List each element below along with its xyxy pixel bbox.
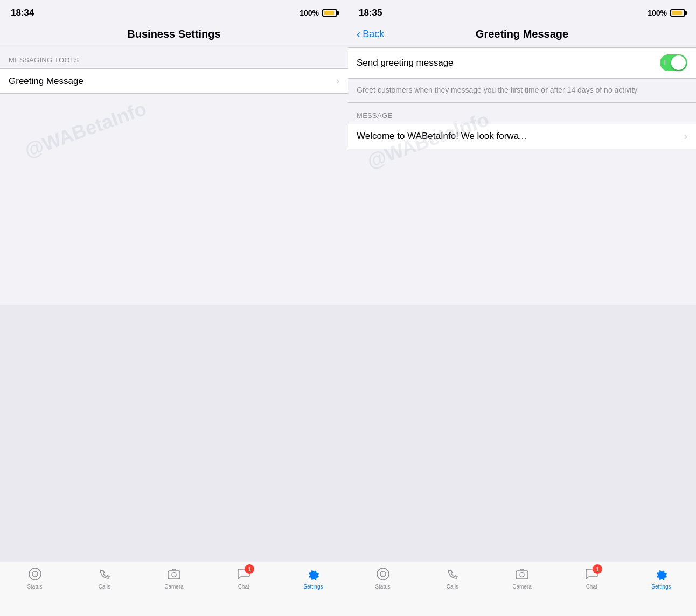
send-greeting-toggle[interactable]: I [660, 54, 687, 71]
left-battery-fill [324, 11, 334, 15]
messaging-tools-header: MESSAGING TOOLS [0, 47, 348, 68]
status-label-right: Status [375, 584, 390, 590]
left-battery-icon [322, 9, 337, 17]
tab-status-right[interactable]: Status [348, 566, 417, 590]
tab-calls-left[interactable]: Calls [69, 566, 139, 590]
chat-badge-left: 1 [245, 564, 254, 574]
right-grey-bg [348, 305, 696, 562]
right-time: 18:35 [359, 8, 382, 18]
send-greeting-label: Send greeting message [357, 58, 454, 68]
left-grey-bg [0, 305, 348, 562]
svg-point-0 [29, 568, 41, 580]
chat-icon-left: 1 [236, 566, 251, 582]
back-label: Back [363, 29, 384, 40]
camera-label-right: Camera [512, 584, 532, 590]
settings-label-right: Settings [651, 584, 671, 590]
right-nav-bar: ‹ Back Greeting Message [348, 24, 696, 47]
greeting-message-item[interactable]: Greeting Message › [0, 69, 348, 93]
svg-rect-2 [168, 571, 180, 579]
svg-point-3 [172, 573, 176, 577]
status-icon-left [27, 566, 43, 582]
right-battery-pct: 100% [648, 9, 667, 17]
right-status-bar: 18:35 100% [348, 0, 696, 24]
greeting-description: Greet customers when they message you th… [348, 79, 696, 103]
tab-camera-right[interactable]: Camera [487, 566, 556, 590]
settings-icon-left [305, 566, 321, 582]
svg-point-4 [377, 568, 389, 580]
tab-settings-right[interactable]: Settings [627, 566, 696, 590]
greeting-toggle-container: Send greeting message I [348, 47, 696, 79]
toggle-track-label: I [664, 60, 666, 66]
message-preview-row[interactable]: Welcome to WABetaInfo! We look forwa... … [348, 124, 696, 149]
camera-icon-right [514, 566, 530, 582]
tab-calls-right[interactable]: Calls [417, 566, 487, 590]
back-chevron-icon: ‹ [357, 29, 360, 40]
left-tab-bar: Status Calls Camera [0, 562, 348, 616]
message-preview-text: Welcome to WABetaInfo! We look forwa... [357, 131, 684, 142]
chat-icon-right: 1 [584, 566, 599, 582]
right-battery-icon [670, 9, 685, 17]
calls-label-left: Calls [99, 584, 110, 590]
status-label-left: Status [27, 584, 42, 590]
calls-label-right: Calls [447, 584, 458, 590]
message-preview-chevron: › [684, 131, 687, 142]
status-icon-right [375, 566, 391, 582]
message-section-header: MESSAGE [348, 103, 696, 124]
calls-icon-left [97, 566, 112, 582]
left-panel: @WABetaInfo 18:34 100% Business Settings… [0, 0, 348, 616]
left-battery-pct: 100% [300, 9, 319, 17]
chat-badge-right: 1 [593, 564, 602, 574]
right-tab-bar: Status Calls Camera [348, 562, 696, 616]
greeting-message-chevron: › [336, 75, 339, 87]
camera-icon-left [166, 566, 182, 582]
right-content-area: Send greeting message I Greet customers … [348, 47, 696, 305]
right-status-right: 100% [648, 9, 685, 17]
chat-label-left: Chat [238, 584, 249, 590]
tab-status-left[interactable]: Status [0, 566, 69, 590]
left-page-title: Business Settings [127, 28, 220, 40]
svg-point-7 [520, 573, 524, 577]
camera-label-left: Camera [164, 584, 184, 590]
toggle-knob [671, 55, 686, 70]
calls-icon-right [445, 566, 460, 582]
left-status-right: 100% [300, 9, 337, 17]
greeting-message-label: Greeting Message [9, 76, 83, 87]
left-content-area: MESSAGING TOOLS Greeting Message › [0, 47, 348, 305]
tab-settings-left[interactable]: Settings [279, 566, 348, 590]
chat-label-right: Chat [586, 584, 597, 590]
tab-chat-left[interactable]: 1 Chat [209, 566, 279, 590]
left-battery-body [322, 9, 337, 17]
tab-camera-left[interactable]: Camera [139, 566, 208, 590]
svg-point-5 [380, 571, 386, 577]
tab-chat-right[interactable]: 1 Chat [557, 566, 627, 590]
right-battery-fill [672, 11, 682, 15]
svg-rect-6 [516, 571, 528, 579]
left-status-bar: 18:34 100% [0, 0, 348, 24]
svg-point-1 [32, 571, 38, 577]
right-page-title: Greeting Message [476, 28, 568, 40]
send-greeting-row: Send greeting message I [348, 48, 696, 78]
left-nav-bar: Business Settings [0, 24, 348, 47]
settings-label-left: Settings [303, 584, 323, 590]
right-battery-body [670, 9, 685, 17]
back-button[interactable]: ‹ Back [357, 29, 384, 40]
settings-icon-right [653, 566, 669, 582]
messaging-tools-list: Greeting Message › [0, 68, 348, 94]
left-time: 18:34 [11, 8, 34, 18]
right-panel: @WABetaInfo 18:35 100% ‹ Back Greeting M… [348, 0, 696, 616]
